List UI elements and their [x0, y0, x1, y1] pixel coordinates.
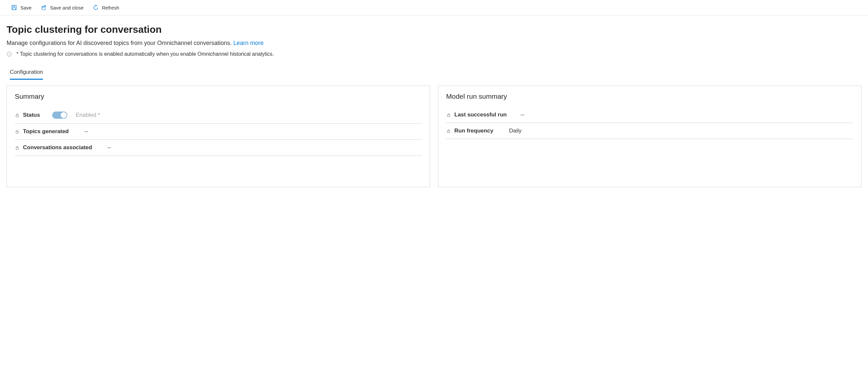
svg-rect-10: [16, 147, 19, 149]
topics-generated-label: Topics generated: [15, 128, 70, 135]
conversations-associated-row: Conversations associated --: [15, 140, 422, 156]
info-note-text: * Topic clustering for conversations is …: [17, 51, 274, 57]
card-container: Summary Status Enabled *: [6, 86, 862, 187]
save-and-close-button[interactable]: Save and close: [41, 5, 84, 10]
svg-rect-1: [13, 5, 15, 7]
topics-generated-label-text: Topics generated: [23, 128, 69, 135]
svg-rect-8: [16, 115, 19, 117]
svg-rect-3: [42, 6, 45, 10]
svg-rect-2: [13, 8, 16, 10]
topics-generated-row: Topics generated --: [15, 124, 422, 140]
lock-icon: [15, 145, 20, 150]
frequency-row: Run frequency Daily: [446, 123, 853, 139]
model-run-heading: Model run summary: [446, 92, 853, 100]
lock-icon: [446, 113, 451, 117]
tab-configuration[interactable]: Configuration: [10, 66, 43, 80]
status-label: Status: [15, 112, 41, 118]
last-run-value: --: [521, 112, 524, 118]
learn-more-link[interactable]: Learn more: [233, 40, 264, 46]
last-run-label: Last successful run: [446, 112, 507, 118]
svg-rect-11: [447, 115, 450, 116]
refresh-button[interactable]: Refresh: [93, 5, 119, 10]
toggle-knob: [61, 112, 67, 118]
conversations-associated-label: Conversations associated: [15, 144, 93, 151]
info-note-row: * Topic clustering for conversations is …: [6, 51, 862, 57]
topics-generated-value: --: [84, 128, 88, 135]
status-row: Status Enabled *: [15, 107, 422, 124]
lock-icon: [15, 129, 20, 134]
status-label-text: Status: [23, 112, 40, 118]
page-description-text: Manage configurations for AI discovered …: [6, 40, 233, 46]
last-run-row: Last successful run --: [446, 107, 853, 123]
conversations-associated-value: --: [107, 144, 111, 151]
refresh-icon: [93, 5, 99, 10]
summary-heading: Summary: [15, 92, 422, 100]
page-title: Topic clustering for conversation: [6, 24, 862, 35]
frequency-label-text: Run frequency: [454, 128, 493, 134]
page-content: Topic clustering for conversation Manage…: [0, 16, 868, 196]
last-run-label-text: Last successful run: [454, 112, 507, 118]
save-icon: [11, 5, 17, 10]
svg-rect-4: [43, 6, 44, 7]
status-toggle-text: Enabled *: [76, 112, 100, 118]
summary-card: Summary Status Enabled *: [6, 86, 430, 187]
conversations-associated-label-text: Conversations associated: [23, 144, 92, 151]
page-description: Manage configurations for AI discovered …: [6, 40, 862, 47]
lock-icon: [15, 113, 20, 118]
info-icon: [6, 52, 12, 57]
frequency-value: Daily: [509, 128, 522, 134]
tab-list: Configuration: [6, 66, 862, 80]
save-button[interactable]: Save: [11, 5, 31, 10]
model-run-card: Model run summary Last successful run --: [438, 86, 862, 187]
lock-icon: [446, 128, 451, 133]
save-and-close-button-label: Save and close: [50, 5, 84, 10]
command-bar: Save Save and close Refresh: [0, 0, 868, 16]
status-toggle[interactable]: [52, 112, 67, 119]
refresh-button-label: Refresh: [102, 5, 119, 10]
svg-rect-12: [447, 130, 450, 132]
frequency-label: Run frequency: [446, 128, 495, 134]
svg-rect-9: [16, 131, 19, 133]
save-button-label: Save: [20, 5, 31, 10]
save-close-icon: [41, 5, 46, 10]
